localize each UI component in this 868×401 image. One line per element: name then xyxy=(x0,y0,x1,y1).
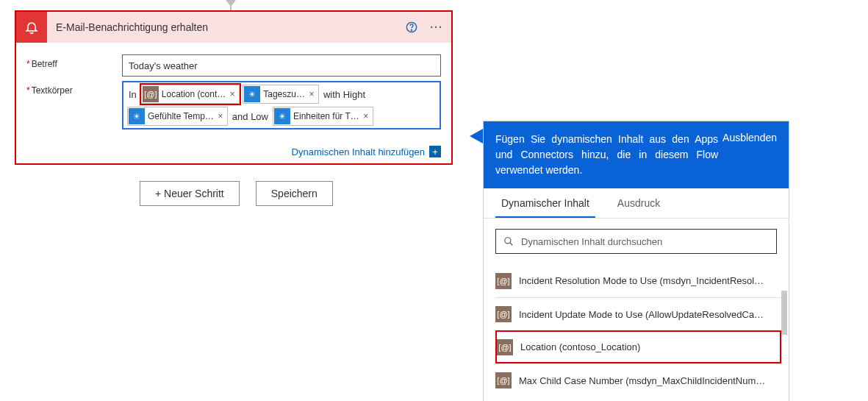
svg-point-1 xyxy=(411,29,412,30)
token-label: Location (cont… xyxy=(162,89,226,99)
body-text: with Hight xyxy=(322,89,367,100)
body-input[interactable]: In [@] Location (cont… × ☀ Tageszu… × wi… xyxy=(122,81,441,129)
token-label: Tageszu… xyxy=(263,89,305,99)
svg-line-3 xyxy=(510,243,513,246)
at-icon: [@] xyxy=(495,306,512,322)
scrollbar[interactable] xyxy=(781,291,787,335)
hide-link[interactable]: Ausblenden xyxy=(722,132,777,143)
list-item-label: Location (contoso_Location) xyxy=(520,341,640,352)
token-day-summary[interactable]: ☀ Tageszu… × xyxy=(243,85,319,104)
svg-point-2 xyxy=(505,238,511,244)
list-item-label: Incident Update Mode to Use (AllowUpdate… xyxy=(519,309,764,320)
panel-header: Fügen Sie dynamischen Inhalt aus den App… xyxy=(484,121,789,188)
sun-icon: ☀ xyxy=(129,108,145,124)
dynamic-content-list: [@] Incident Resolution Mode to Use (msd… xyxy=(484,261,789,401)
plus-icon[interactable]: + xyxy=(429,146,441,157)
help-icon[interactable] xyxy=(401,17,422,38)
panel-blurb: Fügen Sie dynamischen Inhalt aus den App… xyxy=(495,132,722,178)
list-item[interactable]: [@] Incident Resolution Mode to Use (msd… xyxy=(495,264,781,297)
more-menu-icon[interactable]: ··· xyxy=(426,17,447,38)
list-item-location[interactable]: [@] Location (contoso_Location) xyxy=(495,330,781,363)
connector-arrow-icon xyxy=(226,0,236,7)
body-label-text: Textkörper xyxy=(32,85,73,96)
tab-dynamic-content[interactable]: Dynamischer Inhalt xyxy=(495,188,595,218)
card-body: *Betreff *Textkörper In [@] Location (co… xyxy=(16,43,451,141)
close-icon[interactable]: × xyxy=(226,89,239,99)
new-step-button[interactable]: + Neuer Schritt xyxy=(140,181,240,206)
bell-icon xyxy=(16,12,47,43)
at-icon: [@] xyxy=(495,372,512,388)
card-header[interactable]: E-Mail-Benachrichtigung erhalten ··· xyxy=(16,12,451,43)
body-label: *Textkörper xyxy=(26,81,122,96)
button-row: + Neuer Schritt Speichern xyxy=(140,181,333,206)
close-icon[interactable]: × xyxy=(305,89,318,99)
tab-expression[interactable]: Ausdruck xyxy=(611,188,666,218)
subject-row: *Betreff xyxy=(26,54,441,77)
token-label: Gefühlte Temp… xyxy=(148,111,214,121)
at-icon: [@] xyxy=(143,86,159,102)
close-icon[interactable]: × xyxy=(359,111,373,121)
card-title: E-Mail-Benachrichtigung erhalten xyxy=(47,21,401,33)
token-feels-like[interactable]: ☀ Gefühlte Temp… × xyxy=(127,107,228,126)
save-button[interactable]: Speichern xyxy=(256,181,333,206)
search-placeholder: Dynamischen Inhalt durchsuchen xyxy=(521,236,662,247)
add-dynamic-content-link[interactable]: Dynamischen Inhalt hinzufügen xyxy=(292,146,425,157)
search-input[interactable]: Dynamischen Inhalt durchsuchen xyxy=(495,229,777,254)
list-item-label: Max Child Case Number (msdyn_MaxChildInc… xyxy=(519,375,765,386)
at-icon: [@] xyxy=(495,273,512,289)
search-wrap: Dynamischen Inhalt durchsuchen xyxy=(484,219,789,261)
list-item[interactable]: [@] Incident Update Mode to Use (AllowUp… xyxy=(495,297,781,330)
close-icon[interactable]: × xyxy=(214,111,227,121)
panel-tabs: Dynamischer Inhalt Ausdruck xyxy=(484,188,789,219)
add-dynamic-row: Dynamischen Inhalt hinzufügen + xyxy=(16,141,451,163)
token-label: Einheiten für T… xyxy=(293,111,359,121)
sun-icon: ☀ xyxy=(244,86,260,102)
subject-input[interactable] xyxy=(122,54,441,77)
action-card: E-Mail-Benachrichtigung erhalten ··· *Be… xyxy=(15,10,453,165)
body-row: *Textkörper In [@] Location (cont… × ☀ T… xyxy=(26,81,441,129)
panel-callout-icon xyxy=(470,129,483,143)
token-location[interactable]: [@] Location (cont… × xyxy=(141,85,240,104)
subject-label-text: Betreff xyxy=(32,59,57,69)
sun-icon: ☀ xyxy=(274,108,290,124)
at-icon: [@] xyxy=(497,339,513,355)
list-item-label: Incident Resolution Mode to Use (msdyn_I… xyxy=(519,275,764,286)
token-units[interactable]: ☀ Einheiten für T… × xyxy=(273,107,373,126)
body-text: In xyxy=(127,89,138,100)
list-item[interactable]: [@] Max Child Case Number (msdyn_MaxChil… xyxy=(495,363,781,397)
body-text: and Low xyxy=(231,111,270,122)
dynamic-content-panel: Fügen Sie dynamischen Inhalt aus den App… xyxy=(483,121,789,401)
search-icon xyxy=(503,236,514,246)
subject-label: *Betreff xyxy=(26,54,122,69)
